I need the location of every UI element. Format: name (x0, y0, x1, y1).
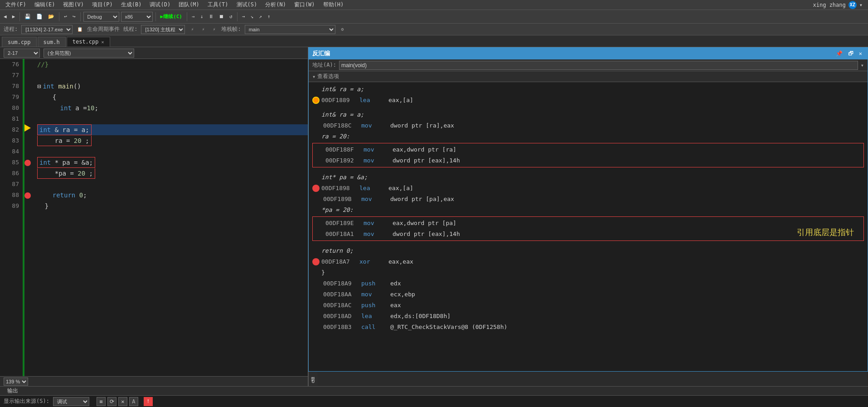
tab-sum-h[interactable]: sum.h (38, 37, 66, 47)
debug-config-select[interactable]: Debug (83, 12, 119, 22)
disasm-close-button[interactable]: ✕ (857, 50, 864, 57)
output-source-select[interactable]: 调试 (53, 397, 89, 406)
redo-button[interactable]: ↪ (71, 13, 78, 20)
stack-settings-icon[interactable]: ⚙ (339, 26, 346, 33)
breakpoint-88[interactable] (24, 192, 31, 199)
step-over-button[interactable]: ⇒ (190, 13, 197, 20)
main-layout: 2-17 (全局范围) 76 77 78 79 80 81 82 83 84 8… (0, 47, 868, 386)
code-line-85: int * pa = &a; (37, 157, 308, 168)
step-next-button[interactable]: ↘ (249, 13, 256, 20)
code-line-83: ra = 20 ; (37, 135, 308, 146)
disasm-line-18b3: 00DF18B3 call @_RTC_CheckStackVars@8 (0D… (312, 322, 864, 333)
step-ret-button[interactable]: ↑ (266, 13, 272, 20)
disasm-comment-ra2: int& ra = a; (312, 109, 864, 120)
menu-window[interactable]: 窗口(W) (291, 0, 319, 10)
disasm-comment-ra20: ra = 20: (312, 131, 864, 142)
spacer-3 (312, 242, 864, 245)
code-content[interactable]: //} ⊟ int main () { (34, 59, 308, 376)
breakpoint-red-18a7[interactable] (312, 258, 320, 265)
addr-input[interactable] (339, 61, 858, 70)
disasm-maximize-button[interactable]: 🗗 (846, 50, 855, 57)
step-run-button[interactable]: ↗ (257, 13, 264, 20)
disasm-comment-pa20: *pa = 20: (312, 205, 864, 216)
zoom-select[interactable]: 139 % (4, 378, 28, 386)
open-button[interactable]: 📂 (46, 13, 56, 20)
menu-tools[interactable]: 工具(T) (204, 0, 232, 10)
editor-header: 2-17 (全局范围) (0, 47, 308, 59)
toolbar-sep-2 (59, 12, 59, 21)
disasm-line-18ad: 00DF18AD lea edx,ds:[0DF18D8h] (312, 311, 864, 322)
tab-sum-cpp[interactable]: sum.cpp (2, 37, 37, 47)
menu-bar: 文件(F) 编辑(E) 视图(V) 项目(P) 生成(B) 调试(D) 团队(M… (0, 0, 868, 10)
breakpoint-red-1898[interactable] (312, 185, 320, 192)
disasm-line-1892: 00DF1892 mov dword ptr [eax],14h (315, 155, 862, 166)
disasm-line-1898: 00DF1898 lea eax,[a] (312, 183, 864, 194)
tab-test-cpp[interactable]: test.cpp ✕ (67, 37, 110, 47)
menu-file[interactable]: 文件(F) (2, 0, 30, 10)
menu-test[interactable]: 测试(S) (233, 0, 261, 10)
output-tab[interactable]: 输出 (4, 387, 22, 395)
thread-select[interactable]: [1320] 主线程 (141, 25, 185, 34)
disasm-addr-bar: 地址(A): ▾ (309, 59, 868, 71)
addr-dropdown-icon[interactable]: ▾ (861, 62, 864, 69)
output-btn-3[interactable]: ✕ (118, 397, 127, 406)
arch-select[interactable]: x86 (121, 12, 153, 22)
menu-view[interactable]: 视图(V) (59, 0, 87, 10)
process-select[interactable]: [11324] 2-17.exe (21, 25, 73, 34)
user-dropdown-icon[interactable]: ▾ (859, 2, 863, 8)
back-button[interactable]: ◀ (2, 13, 9, 20)
refresh-icon[interactable]: ↻ (311, 378, 315, 384)
user-avatar: XZ (849, 1, 857, 9)
disasm-titlebar-buttons: 📌 🗗 ✕ (834, 50, 864, 57)
code-line-88: return 0 ; (37, 190, 308, 201)
breakpoint-orange-1889[interactable] (312, 97, 320, 104)
menu-help[interactable]: 帮助(H) (320, 0, 348, 10)
lifecycle-icon[interactable]: 📋 (76, 26, 83, 33)
tab-close-test-cpp[interactable]: ✕ (102, 39, 104, 44)
save-button[interactable]: 💾 (23, 13, 33, 20)
menu-team[interactable]: 团队(M) (175, 0, 203, 10)
output-error-btn[interactable]: ! (144, 397, 153, 406)
stop-button[interactable]: ⏹ (217, 13, 226, 20)
undo-button[interactable]: ↩ (62, 13, 69, 20)
toolbar: ◀ ▶ 💾 📄 📂 ↩ ↪ Debug x86 ▶ 继续(C) ⇒ ↓ ⏸ ⏹ … (0, 10, 868, 24)
spacer-1 (312, 106, 864, 109)
code-line-78: ⊟ int main () (37, 81, 308, 92)
output-btn-1[interactable]: ≡ (97, 397, 106, 406)
menu-build[interactable]: 生成(B) (117, 0, 145, 10)
code-line-84 (37, 146, 308, 157)
disasm-line-189b: 00DF189B mov dword ptr [pa],eax (312, 194, 864, 205)
menu-edit[interactable]: 编辑(E) (31, 0, 59, 10)
step-into-button[interactable]: ↓ (199, 13, 205, 20)
code-line-81 (37, 113, 308, 124)
save-all-button[interactable]: 📄 (34, 13, 44, 20)
menu-project[interactable]: 项目(P) (88, 0, 116, 10)
project-select[interactable]: 2-17 (4, 49, 40, 58)
filter-icon[interactable]: ⚡ (189, 26, 196, 33)
stack-select[interactable]: main (245, 25, 335, 34)
view-toggle-label: 查看选项 (317, 73, 339, 80)
output-btn-4[interactable]: A (129, 397, 138, 406)
forward-button[interactable]: ▶ (10, 13, 17, 20)
scope-select[interactable]: (全局范围) (44, 49, 134, 58)
disasm-body[interactable]: int& ra = a; 00DF1889 lea eax,[a] int& r… (309, 82, 868, 371)
disasm-view-toggle[interactable]: ▾ 查看选项 (309, 71, 868, 82)
chinese-annotation: 引用底层是指针 (797, 227, 854, 237)
restart-button[interactable]: ↺ (228, 13, 234, 20)
menu-analyze[interactable]: 分析(N) (262, 0, 290, 10)
step-out-button[interactable]: → (240, 13, 247, 20)
output-btn-2[interactable]: ⟳ (107, 397, 116, 406)
disasm-pin-button[interactable]: 📌 (834, 50, 844, 57)
username: xing zhang (813, 2, 846, 8)
pause-button[interactable]: ⏸ (207, 13, 215, 20)
breakpoint-85[interactable] (24, 160, 31, 166)
output-source-label: 显示输出来源(S): (4, 397, 49, 405)
line-numbers: 76 77 78 79 80 81 82 83 84 85 86 87 88 8… (0, 59, 23, 376)
code-line-80: int a = 10 ; (37, 103, 308, 113)
continue-button[interactable]: ▶ 继续(C) (159, 12, 184, 21)
filter3-icon[interactable]: ⚡ (210, 26, 218, 33)
code-line-77 (37, 70, 308, 81)
toolbar-sep-4 (155, 12, 156, 21)
filter2-icon[interactable]: ⚡ (199, 26, 207, 33)
menu-debug[interactable]: 调试(D) (146, 0, 174, 10)
